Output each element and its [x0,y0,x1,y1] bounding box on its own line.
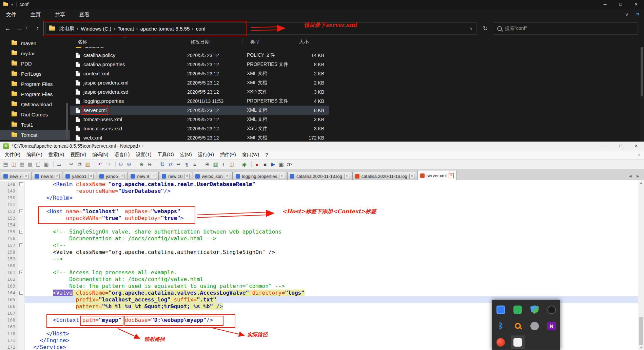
tab-weibo-json[interactable]: weibo.json× [193,172,232,181]
menubar-close-icon[interactable]: × [638,152,641,158]
new-file-icon[interactable]: ▤ [2,161,9,168]
stop-macro-icon[interactable]: ■ [261,161,269,168]
sidebar-item-maven[interactable]: maven [0,38,70,48]
ribbon-tab-item[interactable]: 查看 [79,12,90,18]
tray-gray-circle-icon[interactable] [530,322,539,330]
code-line-153[interactable]: 153 unpackWARs="true" autoDeploy="true"> [0,215,644,222]
defender-shield-icon[interactable] [530,306,539,314]
code-line-161[interactable]: 161- <!-- Access log processes all examp… [0,269,644,276]
bluetooth-icon[interactable]: ᛒ [496,322,505,330]
code-line-160[interactable]: 160 [0,262,644,269]
npp-minimize-button[interactable]: ─ [597,142,613,150]
editor-scrollbar-thumb[interactable] [639,317,643,345]
tray-blue-app-icon[interactable] [496,306,505,314]
tab-yahoo1[interactable]: yahoo1× [63,172,96,181]
sidebar-item-program-files[interactable]: Program Files [0,89,70,99]
file-row-catalina-policy[interactable]: catalina.policy2020/5/5 23:12POLICY 文件14… [70,51,329,60]
search-magnifier-orange-icon[interactable] [515,323,521,329]
zoom-in-icon[interactable]: ⊕ [138,161,145,168]
code-line-158[interactable]: 158 <Valve className="org.apache.catalin… [0,249,644,256]
address-bar[interactable]: 此电脑›Windows (C:)›Tomcat›apache-tomcat-8.… [45,22,476,35]
show-all-chars-icon[interactable]: ¶ [183,161,191,168]
file-row-jaspic-providers-xml[interactable]: jaspic-providers.xml2020/5/5 23:12XML 文档… [70,78,329,87]
monitoring-icon[interactable]: ◉ [240,161,248,168]
redo-icon[interactable]: ↷ [104,161,112,168]
cut-icon[interactable]: ✂ [67,161,75,168]
menu-item-n[interactable]: 编码(N) [89,152,111,158]
sidebar-item-pdd[interactable]: PDD [0,58,70,69]
tab-new-9[interactable]: new 9× [128,172,159,181]
column-header-date[interactable]: 修改日期 [183,39,243,45]
code-line-152[interactable]: 152- <Host name="localhost" appBase="web… [0,208,644,215]
print-icon[interactable]: ▭ [55,161,63,168]
help-icon[interactable]: ? [636,12,639,18]
sidebar-item-program-files[interactable]: Program Files [0,79,70,89]
fold-collapse-icon[interactable]: - [19,291,23,295]
find-icon[interactable]: ⊙ [117,161,125,168]
npp-maximize-button[interactable]: □ [613,142,628,150]
code-line-157[interactable]: 157- <!-- [0,242,644,249]
tray-green-app-icon[interactable] [513,306,522,314]
folder-workspace-icon[interactable]: ◫ [228,161,236,168]
ribbon-collapse-icon[interactable]: ∨ [625,12,629,18]
sidebar-item-tomcat[interactable]: Tomcat [0,130,70,140]
back-button[interactable]: ← [3,23,13,34]
tab-close-icon[interactable]: × [225,174,230,179]
tab-close-icon[interactable]: × [89,174,94,179]
menu-item-v[interactable]: 视图(V) [67,152,89,158]
code-line-163[interactable]: 163 Note: The pattern used is equivalent… [0,283,644,290]
fold-collapse-icon[interactable]: - [19,182,23,186]
menu-item-s[interactable]: 搜索(S) [45,152,67,158]
sidebar-item-riot-games[interactable]: Riot Games [0,109,70,119]
history-caret-icon[interactable]: ∨ [25,25,28,30]
save-macro-icon[interactable]: ▣ [277,161,285,168]
zoom-out-icon[interactable]: ⊖ [146,161,154,168]
tab-server-xml[interactable]: server.xml× [417,170,456,181]
menu-item-p[interactable]: 插件(P) [217,152,239,158]
code-line-154[interactable]: 154 [0,222,644,228]
code-line-155[interactable]: 155- <!-- SingleSignOn valve, share auth… [0,228,644,235]
fold-collapse-icon[interactable]: - [19,230,23,234]
close-doc-icon[interactable]: ▢ [34,161,42,168]
copy-icon[interactable]: ⧉ [76,161,83,168]
menu-item-o[interactable]: 工具(O) [154,152,177,158]
tab-catalina-2020-11-13-log[interactable]: catalina.2020-11-13.log× [287,172,352,181]
breadcrumb-item-conf[interactable]: conf [194,26,208,32]
function-list-icon[interactable]: ƒ [220,161,228,168]
tab-close-icon[interactable]: × [344,174,349,179]
tab-close-icon[interactable]: × [120,174,125,179]
file-row-tomcat-users-xml[interactable]: tomcat-users.xml2020/5/5 23:12XML 文档3 KB [70,115,329,124]
file-row-server-xml[interactable]: server.xml2020/5/5 23:12XML 文档8 KB [70,106,329,115]
code-line-164[interactable]: 164- <Valve className="org.apache.catali… [0,290,644,296]
menu-item-item[interactable]: ? [262,152,271,158]
menu-item-w[interactable]: 窗口(W) [239,152,262,158]
play-macro-icon[interactable]: ▶ [269,161,277,168]
tab-close-icon[interactable]: × [409,174,414,179]
editor-scroll-down-icon[interactable]: ▼ [638,346,644,349]
run-multiple-icon[interactable]: ≫ [286,161,293,168]
breadcrumb-item-apache-tomcat-8-5-55[interactable]: apache-tomcat-8.5.55 [138,26,192,32]
sidebar-item-test1[interactable]: Test1 [0,119,70,130]
tray-white-app-icon[interactable] [513,338,522,347]
sync-horizontal-icon[interactable]: ⇄ [167,161,174,168]
save-all-icon[interactable]: ▩ [26,161,34,168]
tab-scroll-arrows-icon[interactable]: ◀ ▶ [629,174,641,178]
open-file-icon[interactable]: ◫ [10,161,18,168]
paste-icon[interactable]: ▥ [84,161,92,168]
tab-logging-properties[interactable]: logging.properties× [233,172,287,181]
indent-guide-icon[interactable]: ≡ [191,161,199,168]
column-header-size[interactable]: 大小 [295,39,329,45]
forward-button[interactable]: → [14,23,24,34]
quick-access-caret-icon[interactable]: ▾ [11,2,13,7]
tray-dark-app-icon[interactable] [547,306,556,314]
sort-ascending-icon[interactable]: ^ [124,37,126,40]
ribbon-tab-item[interactable]: 主页 [31,12,41,18]
file-row-tomcat-users-xsd[interactable]: tomcat-users.xsd2020/5/5 23:12XSD 文件3 KB [70,124,329,133]
sidebar-item-myjar[interactable]: myJar [0,48,70,58]
record-macro-icon[interactable]: ● [253,161,261,168]
replace-icon[interactable]: ⊚ [125,161,133,168]
tray-red-app-icon[interactable] [496,338,505,347]
fold-collapse-icon[interactable]: - [19,243,23,247]
user-define-dialog-icon[interactable]: ⊞ [203,161,211,168]
file-row-logging-properties[interactable]: logging.properties2020/11/13 11:53PROPER… [70,96,329,106]
